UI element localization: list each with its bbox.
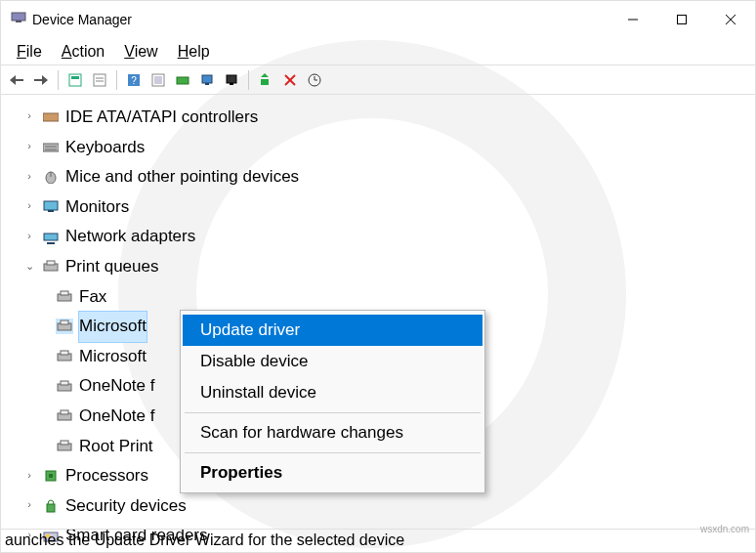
tree-item-security[interactable]: ›Security devices [5, 491, 751, 522]
svg-rect-20 [227, 75, 236, 83]
printer-icon [56, 319, 73, 334]
separator [185, 412, 481, 413]
window-title: Device Manager [32, 12, 609, 27]
tree-item-monitors[interactable]: ›Monitors [5, 192, 751, 223]
svg-rect-18 [202, 75, 212, 83]
monitor-icon [42, 199, 60, 215]
menu-action[interactable]: Action [52, 40, 114, 64]
chevron-right-icon[interactable]: › [22, 137, 36, 156]
printer-icon [56, 439, 73, 454]
scan-icon[interactable] [305, 70, 324, 90]
svg-rect-34 [44, 234, 58, 240]
maximize-button[interactable] [657, 1, 706, 38]
toolbar: ? [1, 65, 755, 95]
svg-rect-19 [205, 83, 209, 85]
toolbar-icon[interactable] [197, 70, 217, 90]
printer-icon [56, 289, 73, 305]
ctx-scan-hardware[interactable]: Scan for hardware changes [183, 417, 483, 448]
controller-icon [42, 109, 60, 125]
svg-rect-49 [61, 441, 68, 445]
svg-rect-27 [43, 144, 59, 151]
chevron-right-icon[interactable]: › [22, 466, 36, 486]
keyboard-icon [42, 140, 60, 155]
printer-icon [42, 259, 60, 275]
menubar: File Action View Help [1, 38, 755, 65]
svg-rect-33 [48, 210, 54, 212]
svg-rect-47 [61, 410, 68, 414]
minimize-button[interactable] [609, 1, 657, 38]
help-icon[interactable]: ? [124, 70, 144, 90]
printer-icon [56, 408, 73, 424]
close-button[interactable] [706, 1, 755, 38]
context-menu: Update driver Disable device Uninstall d… [180, 310, 485, 493]
svg-rect-39 [61, 291, 68, 295]
network-icon [42, 230, 60, 245]
ctx-disable-device[interactable]: Disable device [183, 346, 483, 377]
svg-rect-43 [61, 351, 68, 355]
uninstall-icon[interactable] [280, 70, 300, 90]
watermark: wsxdn.com [700, 524, 749, 534]
tree-item-mice[interactable]: ›Mice and other pointing devices [5, 162, 751, 192]
menu-view[interactable]: View [114, 40, 167, 64]
mouse-icon [42, 169, 60, 185]
toolbar-icon[interactable] [90, 70, 109, 90]
separator [185, 452, 481, 453]
status-text: aunches the Update Driver Wizard for the… [5, 532, 404, 548]
tree-item-printqueues[interactable]: ⌄Print queues [5, 252, 751, 282]
chevron-down-icon[interactable]: ⌄ [22, 257, 36, 276]
svg-rect-37 [47, 261, 55, 265]
statusbar: aunches the Update Driver Wizard for the… [1, 529, 755, 552]
app-icon [11, 10, 26, 29]
toolbar-icon[interactable] [148, 70, 168, 90]
chevron-right-icon[interactable]: › [22, 196, 36, 216]
menu-file[interactable]: File [7, 40, 52, 64]
svg-rect-26 [43, 113, 59, 121]
svg-rect-45 [61, 381, 68, 385]
chevron-right-icon[interactable]: › [22, 167, 36, 187]
back-button[interactable] [7, 70, 26, 90]
tree-item-keyboards[interactable]: ›Keyboards [5, 133, 751, 163]
svg-rect-1 [16, 21, 21, 22]
ctx-uninstall-device[interactable]: Uninstall device [183, 377, 483, 408]
ctx-properties[interactable]: Properties [183, 457, 483, 489]
svg-rect-32 [44, 201, 58, 210]
svg-rect-0 [12, 13, 25, 21]
printer-icon [56, 379, 73, 395]
tree-item-ide[interactable]: ›IDE ATA/ATAPI controllers [5, 103, 751, 133]
svg-rect-8 [69, 74, 81, 86]
chevron-right-icon[interactable]: › [22, 106, 36, 126]
printer-icon [56, 349, 73, 364]
toolbar-icon[interactable] [65, 70, 85, 90]
tree-item-network[interactable]: ›Network adapters [5, 222, 751, 252]
svg-rect-41 [61, 320, 68, 324]
svg-rect-22 [261, 79, 269, 85]
menu-help[interactable]: Help [168, 40, 220, 64]
chevron-right-icon[interactable]: › [22, 227, 36, 246]
svg-rect-17 [177, 77, 189, 84]
toolbar-icon[interactable] [222, 70, 241, 90]
security-icon [42, 498, 60, 514]
titlebar: Device Manager [1, 1, 755, 38]
forward-button[interactable] [31, 70, 51, 90]
update-driver-icon[interactable] [256, 70, 275, 90]
svg-rect-10 [94, 74, 105, 86]
svg-rect-52 [47, 504, 55, 512]
processor-icon [42, 468, 60, 484]
ctx-update-driver[interactable]: Update driver [183, 315, 483, 346]
tree-item-fax[interactable]: Fax [5, 282, 751, 313]
svg-rect-9 [71, 76, 79, 79]
toolbar-icon[interactable] [173, 70, 192, 90]
svg-rect-21 [230, 83, 233, 85]
svg-text:?: ? [131, 75, 137, 86]
svg-rect-16 [154, 76, 162, 84]
svg-rect-51 [49, 474, 53, 478]
chevron-right-icon[interactable]: › [22, 495, 36, 515]
svg-rect-3 [678, 16, 687, 24]
